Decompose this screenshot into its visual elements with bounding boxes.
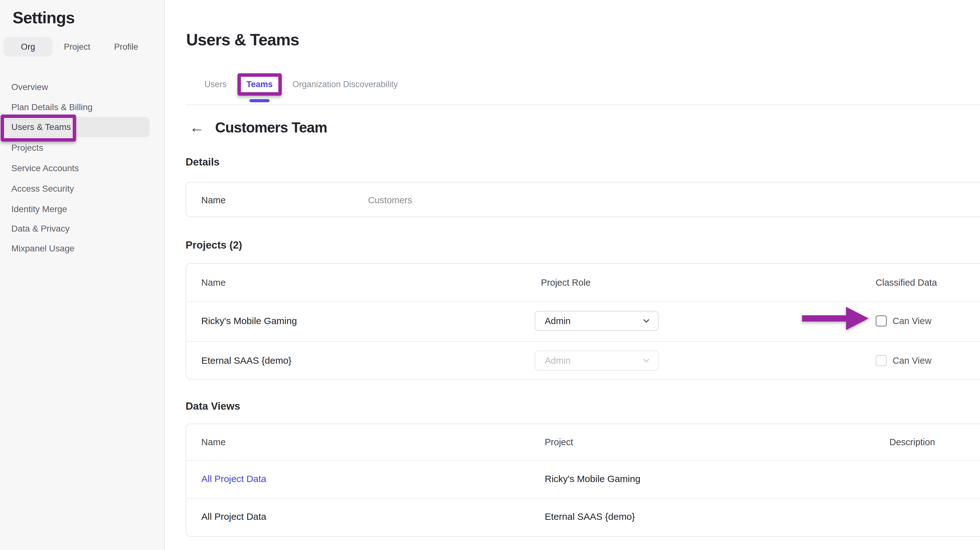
project-role-value: Admin bbox=[545, 316, 571, 326]
projects-col-classified-data: Classified Data bbox=[876, 277, 937, 288]
page-title: Users & Teams bbox=[186, 30, 299, 49]
sidebar-item-mixpanel-usage[interactable]: Mixpanel Usage bbox=[6, 239, 150, 259]
table-divider bbox=[186, 498, 980, 499]
annotation-arrow bbox=[802, 305, 869, 332]
details-name-label: Name bbox=[201, 194, 226, 206]
sidebar-item-data-privacy[interactable]: Data & Privacy bbox=[6, 219, 150, 239]
classified-can-view-checkbox-disabled bbox=[876, 355, 887, 366]
table-divider bbox=[186, 341, 980, 342]
sidebar-item-plan-details-billing[interactable]: Plan Details & Billing bbox=[6, 97, 150, 117]
chevron-down-icon bbox=[641, 356, 651, 365]
back-arrow-button[interactable]: ← bbox=[188, 118, 206, 136]
main-tab-bar: Users Teams Organization Discoverability bbox=[204, 72, 398, 97]
can-view-label: Can View bbox=[892, 315, 932, 327]
projects-col-name: Name bbox=[201, 277, 226, 288]
chevron-down-icon bbox=[641, 316, 651, 326]
tab-organization-discoverability[interactable]: Organization Discoverability bbox=[293, 80, 398, 89]
team-title: Customers Team bbox=[215, 119, 327, 136]
data-views-heading: Data Views bbox=[186, 400, 240, 412]
details-card: Name Customers bbox=[186, 182, 980, 217]
project-role-select-disabled: Admin bbox=[535, 351, 659, 371]
scope-tab-org[interactable]: Org bbox=[3, 37, 52, 57]
sidebar-item-users-teams[interactable]: Users & Teams bbox=[6, 117, 150, 137]
active-tab-underline bbox=[250, 99, 269, 102]
data-views-col-project: Project bbox=[545, 437, 573, 448]
projects-col-project-role: Project Role bbox=[541, 277, 591, 288]
classified-can-view-checkbox[interactable] bbox=[876, 315, 887, 327]
scope-tab-profile[interactable]: Profile bbox=[102, 37, 151, 57]
table-divider bbox=[186, 301, 980, 302]
data-views-table: Name Project Description All Project Dat… bbox=[186, 424, 980, 537]
table-divider bbox=[186, 460, 980, 461]
data-view-project: Eternal SAAS {demo} bbox=[545, 511, 635, 522]
tab-bar-divider bbox=[186, 104, 980, 105]
details-name-value: Customers bbox=[368, 194, 412, 206]
projects-heading: Projects (2) bbox=[186, 239, 242, 251]
annotation-box-teams-tab: Teams bbox=[237, 73, 282, 96]
settings-title: Settings bbox=[13, 8, 75, 27]
data-view-name-link[interactable]: All Project Data bbox=[201, 473, 266, 485]
sidebar-item-identity-merge[interactable]: Identity Merge bbox=[6, 199, 150, 219]
project-name: Eternal SAAS {demo} bbox=[201, 355, 291, 366]
can-view-label: Can View bbox=[892, 355, 932, 366]
sidebar-item-service-accounts[interactable]: Service Accounts bbox=[6, 158, 150, 179]
project-name: Ricky's Mobile Gaming bbox=[201, 315, 297, 327]
sidebar-item-projects[interactable]: Projects bbox=[6, 138, 150, 158]
data-view-project: Ricky's Mobile Gaming bbox=[545, 473, 640, 485]
settings-scope-tabs: Org Project Profile bbox=[3, 37, 154, 57]
sidebar-item-overview[interactable]: Overview bbox=[6, 77, 150, 97]
scope-tab-project[interactable]: Project bbox=[52, 37, 102, 57]
details-heading: Details bbox=[186, 156, 220, 168]
sidebar-item-access-security[interactable]: Access Security bbox=[6, 179, 150, 199]
data-views-col-name: Name bbox=[201, 437, 226, 448]
settings-sidebar: Settings Org Project Profile Overview Pl… bbox=[0, 0, 165, 550]
project-role-value: Admin bbox=[545, 356, 571, 366]
tab-users[interactable]: Users bbox=[204, 80, 227, 89]
data-view-name: All Project Data bbox=[201, 511, 266, 522]
project-role-select[interactable]: Admin bbox=[535, 311, 659, 331]
tab-teams[interactable]: Teams bbox=[247, 80, 273, 89]
data-views-col-description: Description bbox=[889, 437, 935, 448]
